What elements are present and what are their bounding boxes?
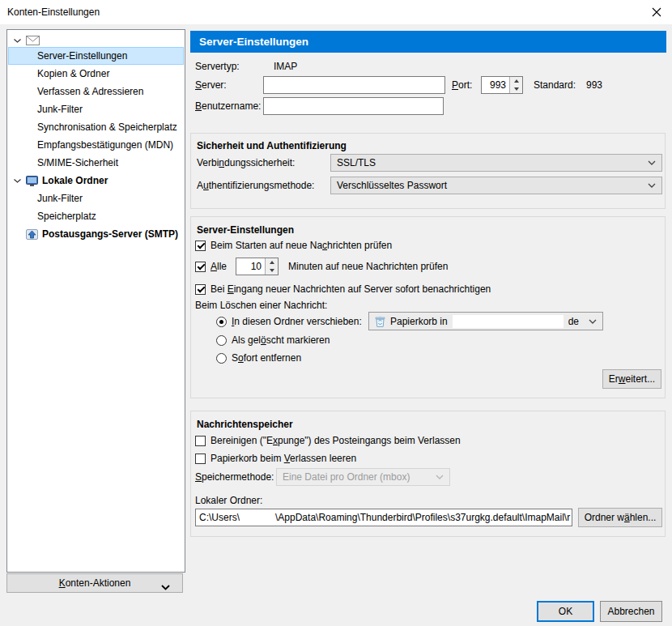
radio-remove-row[interactable]: Sofort entfernen [216,349,301,367]
chevron-down-icon [436,475,444,479]
path-suffix: \AppData\Roaming\Thunderbird\Profiles\s3… [275,512,570,523]
security-group-title: Sicherheit und Authentifizierung [197,137,347,155]
advanced-button[interactable]: Erweitert... [602,369,661,389]
servertype-label: Servertyp: [195,57,240,75]
radio-button[interactable] [216,353,227,364]
chevron-down-icon [648,160,656,165]
chevron-down-icon [589,319,597,324]
auth-method-label: Authentifizierungsmethode: [197,177,314,194]
radio-mark-row[interactable]: Als gelöscht markieren [216,331,330,349]
expunge-row[interactable]: Bereinigen ("Expunge") des Posteingangs … [195,432,461,449]
standard-value: 993 [586,76,602,94]
checkbox[interactable] [195,241,206,251]
interval-minutes-value[interactable]: 10 [236,258,265,275]
stepper-arrows [509,77,522,93]
ok-button[interactable]: OK [537,601,594,622]
empty-trash-row[interactable]: Papierkorb beim Verlassen leeren [195,449,356,467]
tree-item-server-settings[interactable]: Server-Einstellungen [8,47,184,65]
local-folders-icon [26,176,38,186]
smtp-server-icon [26,229,38,240]
store-method-value: Eine Datei pro Ordner (mbox) [283,471,410,483]
storage-group-title: Nachrichtenspeicher [197,415,293,433]
local-dir-path[interactable]: C:\Users\ \AppData\Roaming\Thunderbird\P… [195,509,572,526]
empty-trash-label[interactable]: Papierkorb beim Verlassen leeren [211,453,356,464]
radio-mark-label[interactable]: Als gelöscht markieren [232,334,330,346]
tree-item-label: Verfassen & Adressieren [37,86,143,97]
tree-item-composition[interactable]: Verfassen & Adressieren [8,83,184,100]
tree-item-label: Junk-Filter [37,193,83,204]
radio-button[interactable] [216,317,227,327]
tree-item-label: Server-Einstellungen [37,50,127,62]
chevron-down-icon[interactable] [14,39,21,43]
close-icon [652,7,661,17]
check-interval-label-after: Minuten auf neue Nachrichten prüfen [288,258,448,275]
checkbox[interactable] [195,262,206,272]
interval-minutes-stepper[interactable]: 10 [236,258,279,275]
close-button[interactable] [649,5,665,19]
ok-label: OK [559,606,572,617]
port-value[interactable]: 993 [482,77,509,93]
username-label: Benutzername: [195,97,261,115]
auth-method-value: Verschlüsseltes Passwort [337,180,447,191]
titlebar: Konten-Einstellungen [0,0,672,24]
tree-item-local-folders[interactable]: Lokale Ordner [8,172,184,190]
stepper-down-icon[interactable] [266,266,278,275]
auth-method-select[interactable]: Verschlüsseltes Passwort [330,177,662,194]
tree-item-smtp[interactable]: Postausgangs-Server (SMTP) [8,225,184,243]
stepper-up-icon[interactable] [266,258,278,266]
store-method-select: Eine Datei pro Ordner (mbox) [276,468,450,486]
radio-remove-label[interactable]: Sofort entfernen [232,352,301,364]
expunge-label[interactable]: Bereinigen ("Expunge") des Posteingangs … [211,435,461,446]
choose-folder-button[interactable]: Ordner wählen... [578,508,662,527]
tree-item-junk[interactable]: Junk-Filter [8,100,184,118]
tree-item-label: Synchronisation & Speicherplatz [37,121,177,133]
server-input[interactable] [263,76,445,94]
page-title: Server-Einstellungen [190,31,666,53]
tree-item-local-junk[interactable]: Junk-Filter [8,190,184,207]
port-stepper[interactable]: 993 [481,76,523,94]
check-interval-row[interactable]: Alle [195,257,227,276]
stepper-down-icon[interactable] [510,85,522,93]
tree-item-label: Junk-Filter [37,104,83,115]
path-prefix: C:\Users\ [199,512,240,523]
radio-move-label[interactable]: In diesen Ordner verschieben: [232,316,362,327]
push-notify-label[interactable]: Bei Eingang neuer Nachrichten auf Server… [211,283,491,295]
push-notify-row[interactable]: Bei Eingang neuer Nachrichten auf Server… [195,280,491,298]
connection-security-value: SSL/TLS [337,157,376,168]
tree-item-smime[interactable]: S/MIME-Sicherheit [8,154,184,172]
cancel-button[interactable]: Abbrechen [600,601,662,622]
mail-icon [26,36,40,45]
servertype-value: IMAP [274,57,297,75]
check-interval-label-before[interactable]: Alle [211,261,227,272]
stepper-up-icon[interactable] [510,77,522,85]
redacted-account [453,315,564,328]
chevron-down-icon [161,581,170,593]
tree-item-label: Empfangsbestätigungen (MDN) [37,139,173,151]
window-title: Konten-Einstellungen [7,6,100,18]
port-label: Port: [452,76,472,94]
tree-item-local-storage[interactable]: Speicherplatz [8,207,184,225]
tree-item-label: Kopien & Ordner [37,68,109,79]
choose-folder-label: Ordner wählen... [585,512,657,523]
checkbox[interactable] [195,454,206,464]
trash-folder-select[interactable]: Papierkorb in de [368,312,603,330]
on-delete-label: Beim Löschen einer Nachricht: [195,296,327,314]
radio-move-row[interactable]: In diesen Ordner verschieben: [216,313,362,330]
checkbox[interactable] [195,436,206,446]
settings-tree: Server-Einstellungen Kopien & Ordner Ver… [6,29,185,573]
chevron-down-icon[interactable] [14,179,21,183]
tree-item-sync-storage[interactable]: Synchronisation & Speicherplatz [8,118,184,136]
checkbox[interactable] [195,284,206,295]
check-on-start-row[interactable]: Beim Starten auf neue Nachrichten prüfen [195,236,392,254]
connection-security-select[interactable]: SSL/TLS [330,154,662,172]
server-label: Server: [195,76,227,94]
tree-item-mdn[interactable]: Empfangsbestätigungen (MDN) [8,136,184,154]
radio-button[interactable] [216,335,227,346]
local-dir-label: Lokaler Ordner: [195,492,262,509]
check-on-start-label[interactable]: Beim Starten auf neue Nachrichten prüfen [211,240,392,251]
tree-item-copies-folders[interactable]: Kopien & Ordner [8,65,184,83]
username-input[interactable] [263,97,444,115]
trash-folder-suffix: de [568,316,579,327]
account-actions-button[interactable]: Konten-Aktionen [6,573,183,593]
account-settings-dialog: Konten-Einstellungen Server-Einstellunge… [0,0,672,626]
